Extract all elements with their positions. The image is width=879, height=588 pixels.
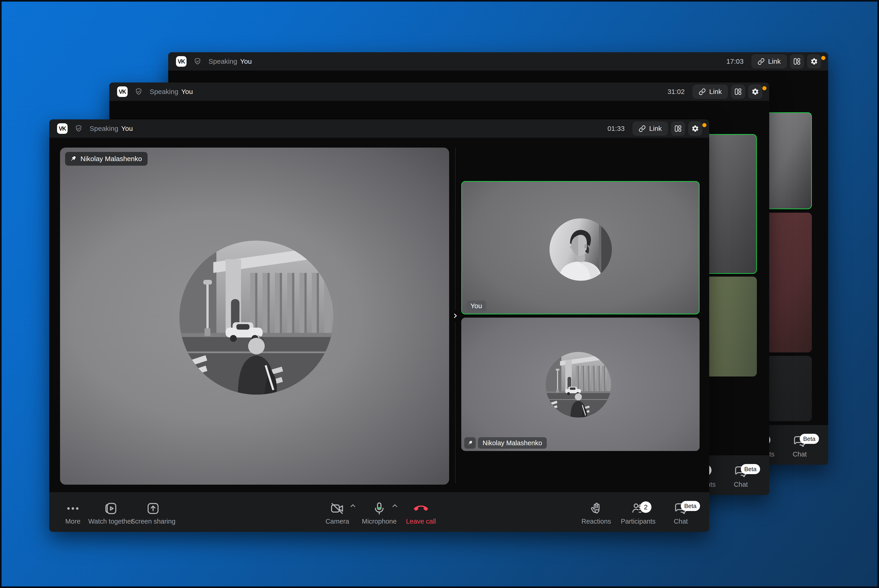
speaking-status-value: You (121, 124, 133, 132)
layout-button[interactable] (671, 122, 685, 136)
call-window-front[interactable]: VK Speaking You 01:33 Link Nikolay (49, 119, 709, 532)
notification-dot (702, 123, 706, 127)
microphone-label: Microphone (356, 518, 402, 525)
watch-together-button[interactable]: Watch together (88, 492, 134, 532)
window-header: VK Speaking You 31:02 Link (109, 82, 769, 101)
gear-icon (752, 88, 759, 96)
chat-beta-badge: Beta (681, 501, 700, 511)
shield-check-icon (194, 57, 202, 66)
pinned-name-label: Nikolay Malashenko (80, 155, 142, 163)
microphone-button[interactable]: Microphone (356, 492, 402, 532)
pin-icon (69, 155, 77, 163)
sidebar-collapse-handle[interactable] (451, 310, 460, 322)
copy-link-button[interactable]: Link (693, 84, 728, 99)
shield-check-icon (75, 124, 83, 133)
reactions-icon (573, 501, 619, 516)
link-label: Link (709, 88, 722, 96)
chat-button[interactable]: BetaChat (718, 455, 764, 495)
sidebar-divider (455, 322, 456, 483)
speaking-status-value: You (181, 88, 193, 96)
window-header: VK Speaking You 01:33 Link (49, 119, 709, 138)
pin-icon (467, 440, 473, 446)
call-timer: 01:33 (608, 124, 625, 132)
chat-beta-badge: Beta (741, 464, 760, 474)
link-icon (699, 88, 706, 95)
chat-beta-badge: Beta (800, 434, 819, 444)
reactions-button[interactable]: Reactions (573, 492, 619, 532)
layout-button[interactable] (790, 54, 804, 69)
participant-tile[interactable] (766, 356, 812, 421)
chat-button[interactable]: BetaChat (777, 425, 823, 465)
peer-video-tile[interactable]: Nikolay Malashenko (461, 318, 700, 451)
gear-icon (810, 57, 818, 65)
chat-label: Chat (658, 518, 704, 525)
speaking-status-label: Speaking (208, 57, 237, 65)
peer-pin-chip[interactable] (464, 437, 476, 448)
grid-layout-icon (793, 57, 801, 65)
notification-dot (762, 86, 766, 90)
gear-icon (692, 124, 699, 132)
link-label: Link (649, 124, 662, 132)
call-toolbar: More Watch together Screen sharing Camer… (49, 492, 709, 532)
chevron-right-icon (452, 312, 459, 319)
sidebar-divider (455, 148, 456, 310)
chat-label: Chat (718, 481, 764, 488)
peer-name-pill: Nikolay Malashenko (478, 437, 547, 448)
chat-label: Chat (777, 450, 823, 458)
leave-call-label: Leave call (398, 518, 444, 525)
self-avatar (549, 218, 612, 281)
pinned-participant-tile[interactable]: Nikolay Malashenko (60, 148, 449, 484)
speaking-status-label: Speaking (90, 124, 118, 132)
link-label: Link (768, 57, 781, 65)
link-icon (758, 58, 765, 65)
microphone-menu-caret[interactable] (391, 502, 399, 510)
copy-link-button[interactable]: Link (752, 54, 787, 69)
screen-sharing-label: Screen sharing (130, 518, 176, 525)
call-timer: 17:03 (726, 57, 744, 65)
layout-button[interactable] (731, 84, 745, 99)
grid-layout-icon (674, 124, 682, 132)
pinned-name-pill: Nikolay Malashenko (65, 152, 148, 166)
participants-label: Participants (615, 518, 661, 525)
leave-call-button[interactable]: Leave call (398, 492, 444, 532)
speaking-status-value: You (240, 57, 252, 65)
pinned-participant-avatar (179, 241, 333, 394)
screen-sharing-icon (130, 501, 176, 516)
speaking-status-label: Speaking (150, 88, 178, 96)
camera-button[interactable]: Camera (314, 492, 360, 532)
camera-label: Camera (314, 518, 360, 525)
participants-icon (615, 501, 661, 516)
participants-count-badge: 2 (640, 501, 651, 513)
watch-together-icon (88, 501, 134, 516)
self-name-pill: You (466, 300, 486, 311)
self-video-tile[interactable]: You (461, 181, 700, 314)
participant-tile[interactable] (766, 112, 812, 209)
vk-logo: VK (117, 86, 128, 97)
window-header: VK Speaking You 17:03 Link (168, 52, 828, 70)
watch-together-label: Watch together (88, 518, 134, 525)
settings-button[interactable] (688, 122, 702, 136)
notification-dot (821, 56, 825, 60)
grid-layout-icon (734, 88, 742, 96)
vk-logo: VK (57, 123, 68, 134)
copy-link-button[interactable]: Link (633, 122, 668, 136)
settings-button[interactable] (807, 54, 821, 69)
call-timer: 31:02 (668, 88, 685, 96)
reactions-label: Reactions (573, 518, 619, 525)
camera-menu-caret[interactable] (349, 502, 357, 510)
participant-tile[interactable] (766, 213, 812, 352)
link-icon (639, 125, 646, 132)
desktop: VK Speaking You 17:03 Link More Watch to… (0, 0, 879, 588)
leave-call-icon (398, 501, 444, 516)
shield-check-icon (135, 87, 143, 96)
peer-avatar (546, 352, 611, 417)
settings-button[interactable] (748, 84, 762, 99)
vk-logo: VK (176, 56, 186, 67)
chat-button[interactable]: BetaChat (658, 492, 704, 532)
participants-button[interactable]: 2Participants (615, 492, 661, 532)
screen-sharing-button[interactable]: Screen sharing (130, 492, 176, 532)
